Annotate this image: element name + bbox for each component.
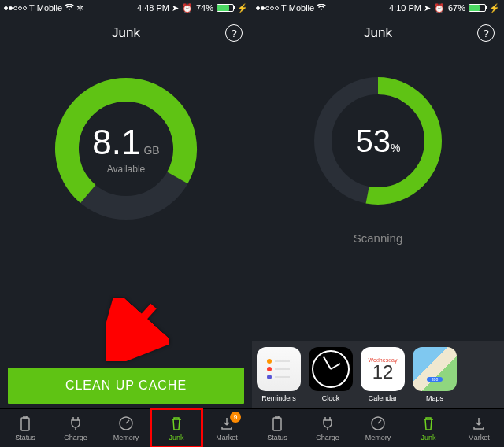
calendar-icon: Wednesday 12 (361, 347, 405, 391)
status-bar: T-Mobile ✲ 4:48 PM ➤ ⏰ 74% ⚡ (0, 0, 252, 16)
svg-point-12 (267, 375, 272, 379)
tab-memory[interactable]: Memory (101, 409, 151, 447)
signal-dots (256, 6, 279, 10)
wifi-icon (317, 3, 326, 13)
loading-icon: ✲ (76, 3, 83, 13)
svg-point-10 (267, 359, 272, 364)
wifi-icon (65, 3, 74, 13)
tab-memory[interactable]: Memory (353, 409, 403, 447)
screen-right: T-Mobile 4:10 PM ➤ ⏰ 67% ⚡ Junk ? 53% Sc… (252, 0, 504, 447)
header: Junk ? (252, 16, 504, 50)
red-arrow-annotation (106, 298, 169, 364)
reminders-icon (257, 347, 301, 391)
tab-charge[interactable]: Charge (302, 409, 353, 447)
plug-icon (319, 415, 336, 432)
page-title: Junk (364, 25, 392, 41)
clock-icon (309, 347, 353, 391)
market-badge: 9 (230, 412, 241, 423)
scan-pct: 53 (356, 124, 391, 158)
help-button[interactable]: ? (225, 24, 243, 42)
maps-icon: 280 (413, 347, 457, 391)
storage-value: 8.1 (92, 123, 140, 161)
charging-icon: ⚡ (237, 3, 248, 13)
carrier: T-Mobile (29, 3, 62, 13)
battery-icon (469, 4, 486, 12)
carrier: T-Mobile (281, 3, 314, 13)
battery-pct: 67% (448, 3, 465, 13)
header: Junk ? (0, 16, 252, 50)
storage-sub: Available (92, 164, 159, 175)
app-clock[interactable]: Clock (309, 347, 353, 402)
screen-left: T-Mobile ✲ 4:48 PM ➤ ⏰ 74% ⚡ Junk ? 8. (0, 0, 252, 447)
tab-bar: Status Charge Memory Junk 9Market (0, 408, 252, 447)
trash-icon (168, 415, 185, 432)
alarm-icon: ⏰ (182, 3, 193, 13)
tab-market[interactable]: 9Market (202, 409, 252, 447)
scan-unit: % (391, 142, 400, 154)
plug-icon (67, 415, 84, 432)
app-calendar[interactable]: Wednesday 12 Calendar (361, 347, 405, 402)
scan-ring: 53% (307, 70, 449, 212)
page-title: Junk (112, 25, 140, 41)
clean-cache-button[interactable]: CLEAN UP CACHE (8, 368, 244, 404)
svg-rect-19 (276, 416, 279, 418)
battery-icon (217, 4, 234, 12)
gauge-icon (117, 415, 135, 432)
svg-point-11 (267, 367, 272, 371)
time: 4:10 PM (389, 3, 421, 13)
tab-junk[interactable]: Junk (151, 409, 202, 447)
gauge-icon (369, 415, 387, 432)
tab-status[interactable]: Status (252, 409, 302, 447)
alarm-icon: ⏰ (434, 3, 445, 13)
location-icon: ➤ (424, 3, 431, 13)
location-icon: ➤ (172, 3, 179, 13)
storage-unit: GB (143, 144, 159, 157)
app-maps[interactable]: 280 Maps (413, 347, 457, 402)
app-reminders[interactable]: Reminders (257, 347, 301, 402)
tab-charge[interactable]: Charge (50, 409, 101, 447)
storage-ring: 8.1GB Available (47, 70, 205, 227)
battery-icon (17, 415, 34, 432)
svg-text:280: 280 (432, 377, 439, 382)
scanning-label: Scanning (252, 231, 504, 245)
download-icon (470, 415, 487, 432)
charging-icon: ⚡ (489, 3, 500, 13)
signal-dots (4, 6, 27, 10)
tab-market[interactable]: Market (454, 409, 504, 447)
help-button[interactable]: ? (477, 24, 495, 42)
svg-rect-5 (21, 418, 29, 430)
battery-icon (269, 415, 286, 432)
time: 4:48 PM (137, 3, 169, 13)
svg-line-4 (118, 306, 154, 345)
tab-bar: Status Charge Memory Junk Market (252, 408, 504, 447)
tab-status[interactable]: Status (0, 409, 50, 447)
trash-icon (420, 415, 437, 432)
svg-rect-18 (273, 418, 281, 430)
svg-rect-6 (24, 416, 27, 418)
status-bar: T-Mobile 4:10 PM ➤ ⏰ 67% ⚡ (252, 0, 504, 16)
tab-junk[interactable]: Junk (403, 409, 454, 447)
apps-row: Reminders Clock Wednesday 12 Calendar 28… (252, 341, 504, 408)
battery-pct: 74% (196, 3, 213, 13)
